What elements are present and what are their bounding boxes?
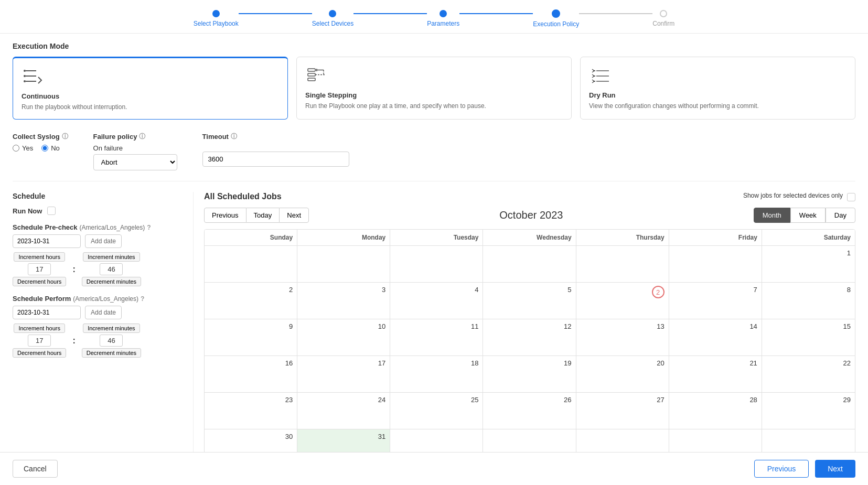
precheck-increment-hours-btn[interactable]: Increment hours <box>14 252 65 262</box>
perform-increment-minutes-btn[interactable]: Increment minutes <box>83 324 140 333</box>
syslog-no-radio[interactable] <box>41 145 48 152</box>
step-execution-policy[interactable]: Execution Policy <box>533 9 579 28</box>
view-day-btn[interactable]: Day <box>826 208 855 223</box>
dry-run-title: Dry Run <box>589 91 846 99</box>
calendar-next-btn[interactable]: Next <box>279 208 309 223</box>
cal-cell-r3-c2[interactable]: 10 <box>297 319 390 356</box>
view-week-btn[interactable]: Week <box>790 208 826 223</box>
precheck-hours-col: Increment hours 17 Decrement hours <box>13 252 66 286</box>
calendar-days-header: Sunday Monday Tuesday Wednesday Thursday… <box>205 230 855 246</box>
step-circle-3 <box>440 10 447 17</box>
show-jobs-checkbox[interactable] <box>847 193 855 201</box>
cal-cell-r2-c2[interactable]: 3 <box>297 283 390 319</box>
cal-cell-r5-c3[interactable]: 25 <box>390 393 483 429</box>
cal-week-3: 9101112131415 <box>205 319 855 356</box>
cal-cell-r1-c1[interactable] <box>205 246 297 283</box>
precheck-decrement-minutes-btn[interactable]: Decrement minutes <box>82 277 141 286</box>
perform-increment-hours-btn[interactable]: Increment hours <box>14 324 65 333</box>
mode-card-single-stepping[interactable]: Single Stepping Run the Playbook one pla… <box>296 57 572 120</box>
precheck-decrement-hours-btn[interactable]: Decrement hours <box>13 277 66 286</box>
step-confirm[interactable]: Confirm <box>652 10 674 27</box>
previous-button[interactable]: Previous <box>754 460 809 475</box>
cal-cell-r5-c6[interactable]: 28 <box>669 393 762 429</box>
single-stepping-icon <box>305 66 563 86</box>
run-now-checkbox[interactable] <box>47 207 56 215</box>
syslog-yes-radio[interactable] <box>13 145 19 152</box>
precheck-increment-minutes-btn[interactable]: Increment minutes <box>83 252 140 262</box>
cal-cell-r2-c5[interactable]: 2 <box>576 283 669 319</box>
cal-cell-r4-c5[interactable]: 20 <box>576 356 669 393</box>
step-label-5: Confirm <box>652 20 674 27</box>
perform-add-date-btn[interactable]: Add date <box>85 306 122 319</box>
cal-cell-r1-c6[interactable] <box>669 246 762 283</box>
cal-cell-r4-c7[interactable]: 22 <box>762 356 855 393</box>
cal-week-2: 2345278 <box>205 283 855 319</box>
cal-cell-r2-c3[interactable]: 4 <box>390 283 483 319</box>
run-now-label: Run Now <box>13 207 42 215</box>
next-button[interactable]: Next <box>815 460 855 475</box>
calendar-previous-btn[interactable]: Previous <box>204 208 247 223</box>
cal-cell-r5-c2[interactable]: 24 <box>297 393 390 429</box>
cal-cell-r3-c6[interactable]: 14 <box>669 319 762 356</box>
collect-syslog-no[interactable]: No <box>41 144 60 152</box>
header-monday: Monday <box>297 230 390 246</box>
cal-cell-r5-c4[interactable]: 26 <box>483 393 576 429</box>
precheck-timezone: (America/Los_Angeles) <box>80 224 145 231</box>
cal-cell-r2-c4[interactable]: 5 <box>483 283 576 319</box>
timeout-group: Timeout ⓘ <box>202 132 349 167</box>
perform-date-row: Add date <box>13 306 183 319</box>
schedule-left-panel: Schedule Run Now Schedule Pre-check (Ame… <box>13 192 194 467</box>
show-jobs-row: Show jobs for selected devices only <box>743 192 855 201</box>
perform-date-input[interactable] <box>13 306 81 319</box>
cal-cell-r2-c7[interactable]: 8 <box>762 283 855 319</box>
cal-cell-r1-c2[interactable] <box>297 246 390 283</box>
cal-cell-r4-c4[interactable]: 19 <box>483 356 576 393</box>
continuous-title: Continuous <box>22 92 279 100</box>
cal-cell-r1-c4[interactable] <box>483 246 576 283</box>
failure-policy-group: Failure policy ⓘ On failure Abort Contin… <box>93 132 177 170</box>
failure-policy-select[interactable]: Abort Continue Rollback <box>93 154 177 170</box>
cal-cell-r2-c6[interactable]: 7 <box>669 283 762 319</box>
cal-cell-r2-c1[interactable]: 2 <box>205 283 297 319</box>
svg-rect-6 <box>308 69 315 71</box>
failure-policy-info-icon: ⓘ <box>139 132 145 141</box>
perform-decrement-hours-btn[interactable]: Decrement hours <box>13 348 66 358</box>
time-separator-1: : <box>72 265 75 274</box>
precheck-info-icon: ? <box>147 224 151 231</box>
mode-card-continuous[interactable]: Continuous Run the playbook without inte… <box>13 57 288 120</box>
cal-cell-r4-c1[interactable]: 16 <box>205 356 297 393</box>
calendar-panel: All Scheduled Jobs Show jobs for selecte… <box>194 192 855 467</box>
collect-syslog-radio-group: Yes No <box>13 144 68 152</box>
mode-card-dry-run[interactable]: Dry Run View the configuration changes w… <box>580 57 855 120</box>
cal-cell-r1-c3[interactable] <box>390 246 483 283</box>
cal-cell-r3-c4[interactable]: 12 <box>483 319 576 356</box>
cal-cell-r3-c3[interactable]: 11 <box>390 319 483 356</box>
calendar-today-btn[interactable]: Today <box>247 208 280 223</box>
step-parameters[interactable]: Parameters <box>427 10 459 27</box>
cal-cell-r1-c7[interactable]: 1 <box>762 246 855 283</box>
cal-cell-r5-c5[interactable]: 27 <box>576 393 669 429</box>
cal-cell-r3-c5[interactable]: 13 <box>576 319 669 356</box>
header-tuesday: Tuesday <box>390 230 483 246</box>
cancel-button[interactable]: Cancel <box>13 460 58 475</box>
step-label-4: Execution Policy <box>533 20 579 28</box>
timeout-input[interactable] <box>202 152 349 167</box>
precheck-date-input[interactable] <box>13 234 81 248</box>
calendar-nav: Previous Today Next <box>204 208 309 223</box>
perform-decrement-minutes-btn[interactable]: Decrement minutes <box>82 348 141 358</box>
precheck-add-date-btn[interactable]: Add date <box>85 234 122 248</box>
cal-cell-r1-c5[interactable] <box>576 246 669 283</box>
view-month-btn[interactable]: Month <box>754 208 790 223</box>
cal-cell-r5-c7[interactable]: 29 <box>762 393 855 429</box>
collect-syslog-yes[interactable]: Yes <box>13 144 33 152</box>
cal-cell-r5-c1[interactable]: 23 <box>205 393 297 429</box>
cal-cell-r4-c6[interactable]: 21 <box>669 356 762 393</box>
precheck-time-controls: Increment hours 17 Decrement hours : Inc… <box>13 252 183 286</box>
cal-cell-r4-c3[interactable]: 18 <box>390 356 483 393</box>
precheck-date-row: Add date <box>13 234 183 248</box>
step-select-devices[interactable]: Select Devices <box>312 10 353 27</box>
step-select-playbook[interactable]: Select Playbook <box>194 10 239 27</box>
cal-cell-r3-c7[interactable]: 15 <box>762 319 855 356</box>
cal-cell-r4-c2[interactable]: 17 <box>297 356 390 393</box>
cal-cell-r3-c1[interactable]: 9 <box>205 319 297 356</box>
